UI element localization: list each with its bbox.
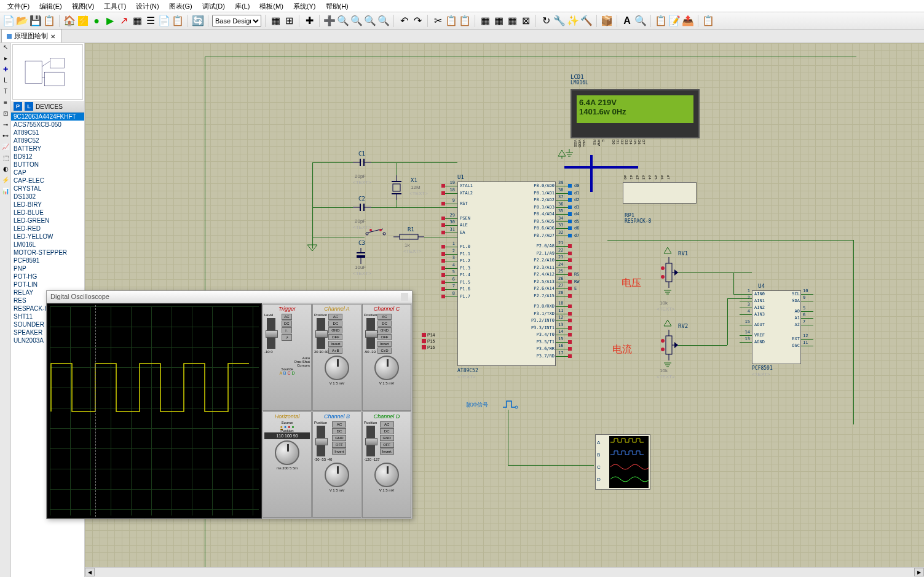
list-item[interactable]: BD912 xyxy=(11,153,84,161)
ch-b-invert-button[interactable]: Invert xyxy=(332,448,346,455)
run-icon[interactable]: ▶ xyxy=(105,16,115,26)
xtal-symbol[interactable] xyxy=(390,175,403,200)
menu-debug[interactable]: 调试(D) xyxy=(197,0,230,12)
scope-display[interactable] xyxy=(47,303,262,519)
tool-pin[interactable]: ⊷ xyxy=(1,132,10,142)
zoom-out-icon[interactable]: 🔍 xyxy=(352,16,361,26)
library-button[interactable]: L xyxy=(25,102,33,111)
ch-d-off-button[interactable]: OFF xyxy=(380,442,394,448)
tool-terminal[interactable]: ⊸ xyxy=(1,121,10,131)
list-item[interactable]: LED-YELLOW xyxy=(11,233,84,241)
rp1-component[interactable] xyxy=(623,182,697,204)
menu-view[interactable]: 视图(V) xyxy=(67,0,100,12)
list-item[interactable]: POT-HG xyxy=(11,273,84,281)
undo-icon[interactable]: ↶ xyxy=(399,16,409,26)
grid-icon[interactable]: ▦ xyxy=(132,16,142,26)
menu-chart[interactable]: 图表(G) xyxy=(164,0,197,12)
bom-icon[interactable]: 📋 xyxy=(173,16,183,26)
ch-b-ac-button[interactable]: AC xyxy=(332,421,346,428)
ch-b-vdiv-knob[interactable] xyxy=(325,463,349,487)
zoom-fit-icon[interactable]: 🔍 xyxy=(365,16,375,26)
menu-help[interactable]: 帮助(H) xyxy=(321,0,353,12)
rotate-icon[interactable]: ↻ xyxy=(541,16,551,26)
scope-titlebar[interactable]: Digital Oscilloscope xyxy=(47,291,412,303)
tool-subcircuit[interactable]: ⊡ xyxy=(1,110,10,120)
ch-a-off-button[interactable]: OFF xyxy=(328,334,342,340)
tool-wire[interactable]: ✚ xyxy=(1,66,10,76)
scroll-right-icon[interactable]: ▶ xyxy=(914,568,924,576)
list-item[interactable]: PCF8591 xyxy=(11,257,84,265)
tool-graph[interactable]: 📈 xyxy=(1,143,10,153)
list-item[interactable]: LED-GREEN xyxy=(11,217,84,225)
paste-icon[interactable]: 📋 xyxy=(460,16,470,26)
ch-a-ac-button[interactable]: AC xyxy=(328,314,342,320)
list-item[interactable]: PNP xyxy=(11,265,84,273)
tool-text[interactable]: T xyxy=(1,88,10,98)
refresh-icon[interactable]: 🔄 xyxy=(193,16,203,26)
list-item[interactable]: LED-RED xyxy=(11,225,84,233)
ch-d-pos-slider[interactable] xyxy=(366,426,375,456)
ch-c-pos-slider[interactable] xyxy=(366,318,375,349)
rv2-symbol[interactable] xyxy=(660,330,678,360)
select-icon[interactable]: ▦ xyxy=(494,16,503,26)
ch-d-invert-button[interactable]: Invert xyxy=(380,448,394,455)
ch-b-off-button[interactable]: OFF xyxy=(332,442,346,448)
trigger-dc-button[interactable]: DC xyxy=(282,320,292,327)
tool-select[interactable]: ↖ xyxy=(1,44,10,54)
menu-edit[interactable]: 编辑(E) xyxy=(34,0,67,12)
export-icon[interactable]: 📤 xyxy=(683,16,693,26)
menu-template[interactable]: 模板(M) xyxy=(255,0,288,12)
ch-c-dc-button[interactable]: DC xyxy=(377,320,392,327)
list-item[interactable]: CAP xyxy=(11,169,84,177)
ch-d-vdiv-knob[interactable] xyxy=(374,463,399,487)
pick-button[interactable]: P xyxy=(14,102,22,111)
ch-d-dc-button[interactable]: DC xyxy=(380,428,394,434)
menu-system[interactable]: 系统(Y) xyxy=(288,0,321,12)
ch-a-dc-button[interactable]: DC xyxy=(328,320,342,327)
hammer-icon[interactable]: 🔨 xyxy=(582,16,591,26)
pointer-icon[interactable]: ➕ xyxy=(325,16,334,26)
tab-schematic[interactable]: 原理图绘制 ✕ xyxy=(1,29,62,42)
arrow-icon[interactable]: ↗ xyxy=(119,16,128,26)
list-item[interactable]: BUTTON xyxy=(11,161,84,169)
ch-b-pos-slider[interactable] xyxy=(317,426,325,456)
list-item[interactable]: AT89C52 xyxy=(11,137,84,145)
trigger-edge-button[interactable]: ⎍ xyxy=(282,327,292,333)
tool-label[interactable]: L xyxy=(1,77,10,87)
lcd-component[interactable]: 6.4A 219V 1401.6w 0Hz xyxy=(571,89,700,138)
scope-close-icon[interactable] xyxy=(401,293,408,301)
close-icon[interactable]: 📋 xyxy=(44,16,54,26)
trigger-source-opts[interactable]: A B C D xyxy=(264,371,310,375)
save-icon[interactable]: 💾 xyxy=(31,16,41,26)
package-icon[interactable]: 📦 xyxy=(602,16,612,26)
trigger-ac-button[interactable]: AC xyxy=(282,314,292,320)
rv1-symbol[interactable] xyxy=(660,257,678,288)
h-scrollbar[interactable]: ◀ ▶ xyxy=(85,567,924,577)
ch-a-ab-button[interactable]: A+B xyxy=(328,348,342,354)
clip-icon[interactable]: 📋 xyxy=(703,16,713,26)
horiz-timebase-knob[interactable] xyxy=(275,440,299,465)
mini-scope[interactable]: A B C D xyxy=(595,434,650,490)
doc-icon[interactable]: 📄 xyxy=(159,16,169,26)
preview-pane[interactable] xyxy=(12,44,83,100)
ch-a-gnd-button[interactable]: GND xyxy=(328,327,342,333)
c1-symbol[interactable] xyxy=(353,159,371,166)
ch-b-gnd-button[interactable]: GND xyxy=(332,435,346,441)
list-icon[interactable]: ☰ xyxy=(146,16,156,26)
horiz-source-opts[interactable]: ● ● ● ● xyxy=(264,424,310,429)
ch-c-vdiv-knob[interactable] xyxy=(374,356,399,380)
tool-generator[interactable]: ◐ xyxy=(1,165,10,175)
design-combo[interactable]: Base Design xyxy=(212,15,261,27)
ch-b-dc-button[interactable]: DC xyxy=(332,428,346,434)
tab-close-icon[interactable]: ✕ xyxy=(50,33,57,39)
ch-a-invert-button[interactable]: Invert xyxy=(328,341,342,347)
list-item[interactable]: LED-BIRY xyxy=(11,201,84,209)
ch-c-gnd-button[interactable]: GND xyxy=(377,327,392,333)
ch-c-off-button[interactable]: OFF xyxy=(377,334,392,340)
list-item[interactable]: DS1302 xyxy=(11,193,84,201)
trigger-level-slider[interactable] xyxy=(267,318,275,349)
delete-icon[interactable]: ⊠ xyxy=(521,16,531,26)
button-symbol[interactable] xyxy=(365,228,387,236)
menu-library[interactable]: 库(L) xyxy=(230,0,255,12)
move-icon[interactable]: ▦ xyxy=(507,16,517,26)
